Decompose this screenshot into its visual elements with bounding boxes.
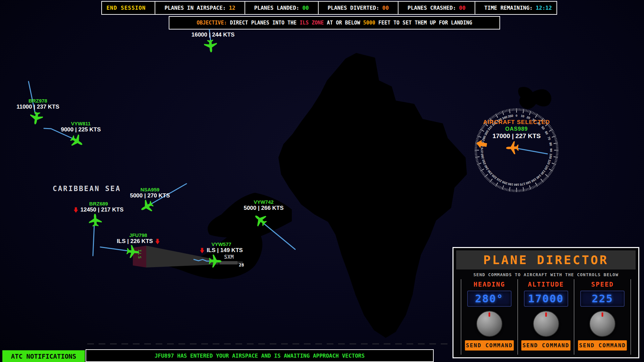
compass-tick: [549, 172, 551, 174]
compass-tick: [505, 188, 506, 190]
plane-info: 5000 | 270 KTS: [130, 192, 170, 199]
compass-tick: [478, 166, 480, 167]
compass-tick: [476, 141, 478, 142]
compass-tick: [534, 186, 535, 188]
compass-tick: [477, 137, 479, 138]
compass-degree-label: 90: [549, 148, 553, 152]
speed-control-column: SPEED 225 SEND COMMAND: [574, 279, 631, 355]
speed-knob[interactable]: [589, 311, 615, 337]
plane-callsign[interactable]: VYW577: [200, 241, 243, 247]
compass-tick: [531, 187, 532, 189]
compass-tick: [475, 144, 477, 145]
compass-tick: [509, 109, 510, 113]
compass-tick: [492, 116, 493, 118]
compass-tick: [485, 177, 487, 178]
plane-data-block: VYW577ILS | 149 KTS: [200, 241, 243, 254]
plane-data-block: VYW8119000 | 225 KTS: [61, 121, 101, 133]
knob-tick: [488, 312, 490, 317]
compass-tick: [501, 111, 502, 113]
compass-degree-label: 260: [480, 153, 485, 159]
plane-icon[interactable]: [138, 198, 156, 215]
compass-tick: [548, 173, 550, 175]
compass-tick: [493, 183, 494, 185]
plane-callsign[interactable]: JFU798: [117, 232, 160, 238]
compass-tick: [487, 179, 489, 180]
compass-tick: [477, 162, 479, 163]
compass-tick: [556, 146, 558, 146]
compass-tick: [539, 115, 540, 117]
plane-callsign[interactable]: VYW811: [61, 121, 101, 126]
compass-tick: [475, 146, 477, 146]
compass-degree-label: 170: [520, 182, 526, 187]
compass-tick: [494, 184, 496, 186]
atc-notifications-header: ATC NOTIFICATIONS: [2, 350, 85, 362]
plane-info: 9000 | 225 KTS: [61, 126, 101, 133]
compass-tick: [498, 113, 499, 115]
plane-icon[interactable]: [204, 39, 218, 53]
compass-tick: [526, 188, 527, 191]
selected-info: 17000 | 227 KTS: [492, 132, 541, 140]
compass-tick: [478, 134, 480, 135]
heading-knob[interactable]: [476, 311, 502, 337]
plane-callsign[interactable]: BRZ978: [16, 98, 59, 104]
plane-callsign[interactable]: VYW742: [244, 199, 283, 205]
compass-tick: [553, 165, 555, 166]
compass-tick: [555, 160, 557, 161]
compass-tick: [553, 157, 558, 157]
compass-tick: [483, 126, 485, 127]
compass-tick: [476, 160, 478, 161]
plane-info: 5000 | 266 KTS: [244, 205, 283, 212]
compass-degree-label: 70: [547, 136, 551, 141]
compass-tick: [554, 139, 557, 139]
send-altitude-command-button[interactable]: SEND COMMAND: [521, 340, 570, 351]
compass-tick: [533, 112, 534, 114]
compass-tick: [543, 180, 545, 181]
compass-tick: [480, 169, 482, 170]
compass-tick: [550, 128, 552, 129]
knob-tick: [545, 312, 547, 317]
send-heading-command-button[interactable]: SEND COMMAND: [465, 340, 514, 351]
compass-tick: [540, 182, 541, 184]
compass-tick: [554, 162, 556, 163]
compass-degree-label: 10: [521, 114, 525, 118]
flight-trail: [100, 247, 129, 251]
compass-tick: [529, 188, 529, 190]
compass-tick: [553, 166, 555, 167]
altitude-knob[interactable]: [533, 311, 559, 337]
plane-icon[interactable]: [89, 214, 102, 227]
compass-tick: [491, 181, 492, 183]
compass-tick: [550, 171, 552, 173]
plane-icon[interactable]: [68, 132, 86, 150]
plane-callsign[interactable]: BRZ689: [74, 201, 124, 206]
compass-tick: [512, 189, 513, 192]
plane-director-title: PLANE DIRECTOR: [456, 250, 636, 269]
compass-tick: [538, 115, 539, 117]
speed-display: 225: [580, 291, 625, 307]
send-speed-command-button[interactable]: SEND COMMAND: [578, 340, 627, 351]
plane-alt-speed: 9000 | 225 KTS: [61, 126, 101, 133]
selected-plane-icon[interactable]: [506, 141, 519, 155]
compass-tick: [512, 109, 513, 111]
compass-tick: [541, 181, 542, 183]
director-columns: HEADING 280° SEND COMMAND ALTITUDE 17000…: [461, 279, 631, 355]
compass-tick: [523, 109, 524, 113]
compass-degree-label: 270: [480, 147, 484, 153]
plane-icon[interactable]: [29, 111, 44, 126]
compass-tick: [533, 186, 534, 188]
island-saint-martin: [278, 53, 467, 338]
compass-tick: [545, 178, 547, 179]
compass-tick: [556, 156, 558, 156]
compass-degree-label: 190: [507, 182, 514, 187]
compass-tick: [529, 110, 529, 113]
selected-callsign: OAS989: [505, 126, 528, 132]
compass-tick: [540, 116, 541, 118]
compass-tick: [492, 182, 493, 184]
compass-tick: [528, 188, 528, 190]
compass-tick: [486, 178, 488, 179]
compass-tick: [481, 171, 483, 173]
compass-tick: [483, 175, 485, 176]
compass-tick: [479, 168, 481, 169]
plane-callsign[interactable]: NSA959: [130, 187, 170, 192]
compass-tick: [553, 134, 555, 135]
atc-game-screen: ILS 28 SXM 01020304050607080901001101201…: [0, 0, 644, 362]
